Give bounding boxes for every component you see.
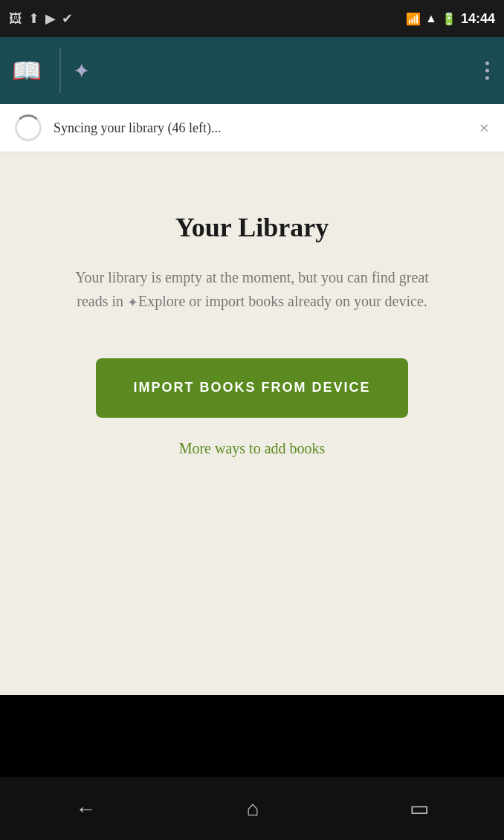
more-ways-link[interactable]: More ways to add books	[179, 440, 326, 457]
explore-star-icon[interactable]: ✦	[73, 59, 90, 83]
description-explore: Explore	[138, 293, 185, 309]
wifi-icon: 📶	[406, 12, 421, 26]
play-icon: ▶	[45, 10, 56, 27]
home-button[interactable]: ⌂	[247, 797, 259, 821]
sync-bar: Syncing your library (46 left)... ×	[0, 104, 504, 152]
status-time: 14:44	[461, 11, 495, 27]
status-icons: 🖼 ⬆ ▶ ✔	[9, 10, 73, 27]
library-description: Your library is empty at the moment, but…	[66, 265, 438, 314]
recent-apps-button[interactable]: ▭	[410, 796, 429, 821]
upload-icon: ⬆	[28, 10, 39, 27]
dot2	[485, 69, 489, 73]
image-icon: 🖼	[9, 11, 22, 27]
app-header: 📖 ✦	[0, 37, 504, 104]
header-divider	[59, 48, 61, 93]
battery-icon: 🔋	[442, 12, 456, 26]
description-star-icon: ✦	[127, 292, 138, 314]
check-icon: ✔	[62, 10, 73, 27]
bottom-nav: ← ⌂ ▭	[0, 777, 504, 840]
sync-text: Syncing your library (46 left)...	[54, 120, 479, 136]
status-right: 📶 ▲ 🔋 14:44	[406, 11, 495, 27]
signal-icon: ▲	[425, 12, 437, 25]
more-menu-button[interactable]	[485, 62, 489, 80]
back-button[interactable]: ←	[75, 797, 96, 821]
book-icon[interactable]: 📖	[12, 56, 42, 85]
import-books-button[interactable]: IMPORT BOOKS FROM DEVICE	[96, 358, 408, 418]
sync-close-button[interactable]: ×	[479, 118, 489, 138]
dot1	[485, 62, 489, 65]
main-content: Your Library Your library is empty at th…	[0, 152, 504, 695]
dot3	[485, 77, 489, 80]
status-bar: 🖼 ⬆ ▶ ✔ 📶 ▲ 🔋 14:44	[0, 0, 504, 37]
description-part2: or import books already on your device.	[185, 293, 427, 309]
sync-spinner	[15, 114, 42, 141]
library-title: Your Library	[175, 212, 329, 243]
